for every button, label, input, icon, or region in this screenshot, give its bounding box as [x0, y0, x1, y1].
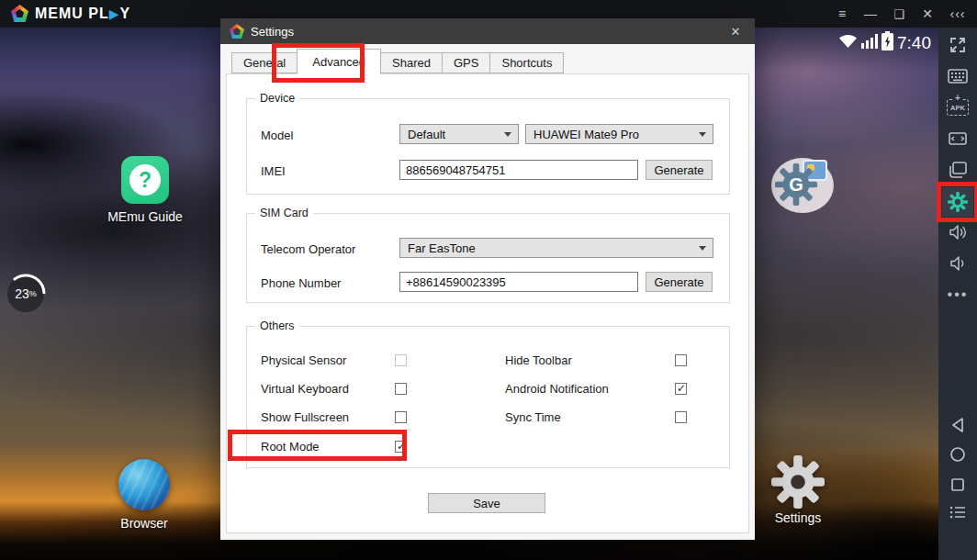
- multi-instance-icon: [949, 162, 967, 178]
- battery-charging-icon: [882, 31, 893, 54]
- virtual-keyboard-label: Virtual Keyboard: [261, 382, 349, 396]
- keyboard-icon: [948, 69, 968, 84]
- window-menu-button[interactable]: ≡: [830, 0, 854, 28]
- android-notification-checkbox[interactable]: [675, 383, 687, 395]
- desktop-icon-memu-guide[interactable]: ? MEmu Guide: [90, 156, 200, 224]
- tab-shared[interactable]: Shared: [380, 52, 443, 73]
- device-legend: Device: [255, 92, 299, 105]
- hide-toolbar-label: Hide Toolbar: [505, 353, 572, 367]
- window-minimize-button[interactable]: —: [859, 0, 882, 28]
- back-icon: [950, 417, 965, 433]
- dropdown-arrow-icon: [699, 246, 706, 251]
- tab-gps[interactable]: GPS: [442, 52, 490, 73]
- question-mark-icon: ?: [129, 164, 161, 196]
- imei-input[interactable]: [399, 160, 638, 180]
- wifi-icon: [838, 33, 858, 52]
- more-options-button[interactable]: •••: [938, 281, 977, 308]
- settings-app-gear-icon: [771, 455, 825, 509]
- emulator-settings-button[interactable]: [942, 187, 973, 217]
- desktop-icon-google-settings[interactable]: G: [769, 156, 837, 217]
- fullscreen-icon: [949, 36, 967, 54]
- dropdown-arrow-icon: [504, 132, 511, 137]
- model-primary-dropdown[interactable]: Default: [399, 124, 519, 144]
- volume-down-icon: [949, 255, 967, 272]
- recents-icon: [950, 477, 965, 492]
- sync-time-checkbox[interactable]: [675, 411, 687, 423]
- show-fullscreen-label: Show Fullscreen: [261, 410, 349, 424]
- desktop-icon-settings[interactable]: Settings: [743, 455, 853, 525]
- model-secondary-dropdown[interactable]: HUAWEI Mate9 Pro: [525, 124, 713, 144]
- memu-pentagon-icon: [230, 24, 244, 39]
- browser-globe-icon: [118, 459, 170, 510]
- root-mode-checkbox[interactable]: [395, 441, 407, 453]
- android-statusbar: 7:40: [838, 31, 931, 54]
- show-fullscreen-checkbox[interactable]: [395, 411, 407, 423]
- physical-sensor-checkbox[interactable]: [395, 354, 407, 366]
- root-mode-label: Root Mode: [261, 440, 320, 454]
- hide-toolbar-checkbox[interactable]: [675, 354, 687, 366]
- android-back-button[interactable]: [938, 411, 977, 439]
- desktop-icon-label: Browser: [120, 516, 167, 531]
- sim-legend: SIM Card: [255, 207, 313, 219]
- others-legend: Others: [255, 319, 299, 332]
- shared-folder-icon: [949, 130, 967, 147]
- phone-generate-button[interactable]: Generate: [646, 272, 713, 292]
- volume-down-button[interactable]: [938, 250, 977, 277]
- play-triangle-icon: ▶: [109, 6, 120, 21]
- imei-label: IMEI: [261, 164, 286, 178]
- tool-sidebar: + APK: [938, 28, 977, 560]
- volume-up-icon: [949, 224, 967, 241]
- dropdown-arrow-icon: [699, 132, 706, 137]
- progress-percent: 23%: [5, 273, 47, 315]
- apk-install-button[interactable]: + APK: [938, 94, 977, 121]
- clock: 7:40: [897, 33, 931, 53]
- save-button[interactable]: Save: [428, 493, 545, 513]
- memu-guide-icon: ?: [121, 156, 169, 204]
- memu-wordmark: MEMU PL▶Y: [35, 6, 130, 22]
- tab-general[interactable]: General: [231, 52, 298, 73]
- desktop-icon-label: MEmu Guide: [107, 209, 183, 224]
- imei-generate-button[interactable]: Generate: [646, 160, 713, 180]
- window-close-button[interactable]: ✕: [915, 0, 939, 28]
- telecom-operator-label: Telecom Operator: [261, 242, 355, 256]
- dialog-title: Settings: [251, 25, 294, 39]
- phone-number-input[interactable]: [399, 272, 638, 292]
- memu-logo: MEMU PL▶Y: [11, 5, 130, 22]
- virtual-keyboard-button[interactable]: [938, 62, 977, 90]
- memu-window: 7:40 ? MEmu Guide 23%: [0, 0, 977, 560]
- phone-number-label: Phone Number: [261, 276, 341, 290]
- virtual-keyboard-checkbox[interactable]: [395, 383, 407, 395]
- shared-folder-button[interactable]: [938, 125, 977, 152]
- apk-install-icon: + APK: [947, 99, 969, 116]
- task-list-button[interactable]: [938, 498, 977, 526]
- fullscreen-button[interactable]: [938, 31, 977, 59]
- google-g-letter: G: [775, 163, 817, 206]
- home-icon: [949, 446, 966, 463]
- tab-advanced[interactable]: Advanced: [297, 49, 381, 74]
- desktop-icon-browser[interactable]: Browser: [89, 459, 199, 531]
- sidebar-collapse-button[interactable]: ‹‹‹: [946, 0, 970, 28]
- settings-tabs: General Advanced Shared GPS Shortcuts: [231, 52, 563, 74]
- boot-progress-badge: 23%: [5, 273, 47, 315]
- model-label: Model: [261, 129, 293, 142]
- physical-sensor-label: Physical Sensor: [261, 353, 346, 367]
- device-groupbox: Device: [246, 98, 730, 195]
- window-maximize-button[interactable]: ❑: [887, 0, 911, 28]
- dialog-close-button[interactable]: ✕: [724, 18, 747, 44]
- multi-instance-button[interactable]: [938, 156, 977, 184]
- sync-time-label: Sync Time: [505, 410, 561, 424]
- more-options-icon: •••: [948, 286, 969, 303]
- memu-pentagon-icon: [11, 5, 28, 22]
- settings-gear-icon: [948, 192, 968, 212]
- desktop-icon-label: Settings: [775, 510, 822, 525]
- cell-signal-icon: [861, 34, 878, 52]
- android-recents-button[interactable]: [938, 471, 977, 498]
- task-list-icon: [949, 505, 966, 520]
- telecom-operator-dropdown[interactable]: Far EasTone: [399, 238, 713, 258]
- volume-up-button[interactable]: [938, 218, 977, 246]
- dialog-titlebar[interactable]: Settings ✕: [220, 18, 755, 44]
- settings-dialog: Settings ✕ General Advanced Shared GPS S…: [220, 18, 755, 540]
- android-notification-label: Android Notification: [505, 382, 609, 396]
- android-home-button[interactable]: [938, 441, 977, 468]
- tab-shortcuts[interactable]: Shortcuts: [489, 52, 564, 73]
